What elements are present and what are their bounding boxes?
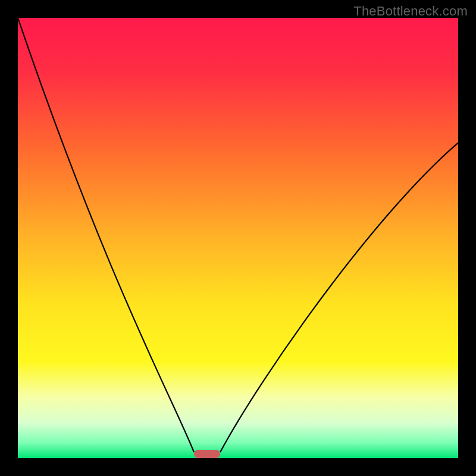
chart-frame: TheBottleneck.com [0, 0, 476, 476]
bottleneck-marker [194, 450, 220, 458]
plot-area [18, 18, 458, 458]
gradient-background [18, 18, 458, 458]
plot-svg [18, 18, 458, 458]
watermark-text: TheBottleneck.com [353, 4, 468, 19]
